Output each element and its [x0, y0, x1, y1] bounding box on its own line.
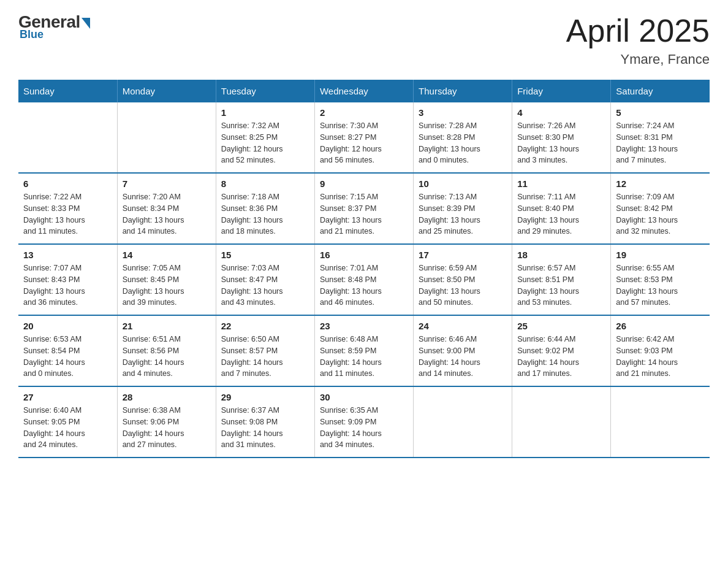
- day-number: 22: [221, 321, 309, 331]
- calendar-cell: 21Sunrise: 6:51 AMSunset: 8:56 PMDayligh…: [117, 315, 216, 386]
- calendar-cell: [512, 386, 611, 458]
- page-header: General Blue April 2025 Ymare, France: [18, 12, 710, 67]
- day-number: 25: [517, 321, 605, 331]
- calendar-cell: 8Sunrise: 7:18 AMSunset: 8:36 PMDaylight…: [216, 173, 314, 244]
- day-info: Sunrise: 6:57 AMSunset: 8:51 PMDaylight:…: [517, 262, 605, 308]
- day-number: 17: [419, 250, 507, 260]
- day-info: Sunrise: 6:50 AMSunset: 8:57 PMDaylight:…: [221, 334, 309, 380]
- day-info: Sunrise: 7:05 AMSunset: 8:45 PMDaylight:…: [123, 262, 211, 308]
- day-info: Sunrise: 7:13 AMSunset: 8:39 PMDaylight:…: [419, 191, 507, 237]
- day-info: Sunrise: 6:46 AMSunset: 9:00 PMDaylight:…: [419, 334, 507, 380]
- day-number: 19: [616, 250, 705, 260]
- day-number: 15: [221, 250, 309, 260]
- day-info: Sunrise: 7:09 AMSunset: 8:42 PMDaylight:…: [616, 191, 705, 237]
- calendar-cell: 11Sunrise: 7:11 AMSunset: 8:40 PMDayligh…: [512, 173, 611, 244]
- day-info: Sunrise: 7:30 AMSunset: 8:27 PMDaylight:…: [320, 120, 408, 166]
- day-info: Sunrise: 6:37 AMSunset: 9:08 PMDaylight:…: [221, 405, 309, 451]
- calendar-cell: 18Sunrise: 6:57 AMSunset: 8:51 PMDayligh…: [512, 244, 611, 315]
- header-saturday: Saturday: [611, 80, 710, 102]
- day-number: 20: [23, 321, 112, 331]
- day-number: 13: [23, 250, 112, 260]
- day-number: 4: [517, 107, 605, 118]
- day-number: 21: [123, 321, 211, 331]
- day-info: Sunrise: 6:38 AMSunset: 9:06 PMDaylight:…: [123, 405, 211, 451]
- calendar-week-2: 6Sunrise: 7:22 AMSunset: 8:33 PMDaylight…: [18, 173, 710, 244]
- calendar-week-5: 27Sunrise: 6:40 AMSunset: 9:05 PMDayligh…: [18, 386, 710, 458]
- calendar-cell: 9Sunrise: 7:15 AMSunset: 8:37 PMDaylight…: [314, 173, 413, 244]
- day-number: 1: [221, 107, 309, 118]
- day-number: 7: [123, 178, 211, 189]
- calendar-table: SundayMondayTuesdayWednesdayThursdayFrid…: [18, 80, 710, 458]
- calendar-cell: 6Sunrise: 7:22 AMSunset: 8:33 PMDaylight…: [18, 173, 117, 244]
- calendar-cell: 29Sunrise: 6:37 AMSunset: 9:08 PMDayligh…: [216, 386, 314, 458]
- calendar-cell: 1Sunrise: 7:32 AMSunset: 8:25 PMDaylight…: [216, 102, 314, 173]
- calendar-cell: 12Sunrise: 7:09 AMSunset: 8:42 PMDayligh…: [611, 173, 710, 244]
- calendar-cell: 7Sunrise: 7:20 AMSunset: 8:34 PMDaylight…: [117, 173, 216, 244]
- calendar-cell: 10Sunrise: 7:13 AMSunset: 8:39 PMDayligh…: [414, 173, 512, 244]
- calendar-cell: [117, 102, 216, 173]
- header-wednesday: Wednesday: [314, 80, 413, 102]
- calendar-cell: 20Sunrise: 6:53 AMSunset: 8:54 PMDayligh…: [18, 315, 117, 386]
- day-info: Sunrise: 6:35 AMSunset: 9:09 PMDaylight:…: [320, 405, 408, 451]
- day-number: 5: [616, 107, 705, 118]
- day-info: Sunrise: 6:42 AMSunset: 9:03 PMDaylight:…: [616, 334, 705, 380]
- day-info: Sunrise: 7:15 AMSunset: 8:37 PMDaylight:…: [320, 191, 408, 237]
- calendar-week-4: 20Sunrise: 6:53 AMSunset: 8:54 PMDayligh…: [18, 315, 710, 386]
- day-number: 10: [419, 178, 507, 189]
- day-number: 26: [616, 321, 705, 331]
- day-info: Sunrise: 7:32 AMSunset: 8:25 PMDaylight:…: [221, 120, 309, 166]
- day-info: Sunrise: 7:11 AMSunset: 8:40 PMDaylight:…: [517, 191, 605, 237]
- calendar-cell: 15Sunrise: 7:03 AMSunset: 8:47 PMDayligh…: [216, 244, 314, 315]
- day-info: Sunrise: 6:55 AMSunset: 8:53 PMDaylight:…: [616, 262, 705, 308]
- day-number: 23: [320, 321, 408, 331]
- day-number: 3: [419, 107, 507, 118]
- logo-blue-text: Blue: [20, 28, 44, 41]
- day-info: Sunrise: 6:44 AMSunset: 9:02 PMDaylight:…: [517, 334, 605, 380]
- day-number: 30: [320, 392, 408, 402]
- calendar-cell: 27Sunrise: 6:40 AMSunset: 9:05 PMDayligh…: [18, 386, 117, 458]
- logo: General Blue: [18, 12, 90, 41]
- calendar-cell: [18, 102, 117, 173]
- day-number: 24: [419, 321, 507, 331]
- calendar-cell: 5Sunrise: 7:24 AMSunset: 8:31 PMDaylight…: [611, 102, 710, 173]
- day-info: Sunrise: 7:22 AMSunset: 8:33 PMDaylight:…: [23, 191, 112, 237]
- day-info: Sunrise: 6:51 AMSunset: 8:56 PMDaylight:…: [123, 334, 211, 380]
- calendar-week-1: 1Sunrise: 7:32 AMSunset: 8:25 PMDaylight…: [18, 102, 710, 173]
- logo-arrow-icon: [82, 18, 90, 29]
- calendar-cell: 17Sunrise: 6:59 AMSunset: 8:50 PMDayligh…: [414, 244, 512, 315]
- day-info: Sunrise: 7:26 AMSunset: 8:30 PMDaylight:…: [517, 120, 605, 166]
- day-info: Sunrise: 6:53 AMSunset: 8:54 PMDaylight:…: [23, 334, 112, 380]
- calendar-cell: 28Sunrise: 6:38 AMSunset: 9:06 PMDayligh…: [117, 386, 216, 458]
- calendar-cell: 3Sunrise: 7:28 AMSunset: 8:28 PMDaylight…: [414, 102, 512, 173]
- calendar-header-row: SundayMondayTuesdayWednesdayThursdayFrid…: [18, 80, 710, 102]
- title-block: April 2025 Ymare, France: [566, 12, 710, 67]
- header-tuesday: Tuesday: [216, 80, 314, 102]
- calendar-cell: 19Sunrise: 6:55 AMSunset: 8:53 PMDayligh…: [611, 244, 710, 315]
- calendar-week-3: 13Sunrise: 7:07 AMSunset: 8:43 PMDayligh…: [18, 244, 710, 315]
- day-number: 14: [123, 250, 211, 260]
- day-number: 12: [616, 178, 705, 189]
- day-number: 6: [23, 178, 112, 189]
- location-title: Ymare, France: [566, 52, 710, 67]
- calendar-cell: 23Sunrise: 6:48 AMSunset: 8:59 PMDayligh…: [314, 315, 413, 386]
- day-number: 27: [23, 392, 112, 402]
- calendar-cell: 25Sunrise: 6:44 AMSunset: 9:02 PMDayligh…: [512, 315, 611, 386]
- day-number: 8: [221, 178, 309, 189]
- day-info: Sunrise: 6:48 AMSunset: 8:59 PMDaylight:…: [320, 334, 408, 380]
- calendar-cell: [414, 386, 512, 458]
- day-number: 28: [123, 392, 211, 402]
- header-monday: Monday: [117, 80, 216, 102]
- calendar-cell: 4Sunrise: 7:26 AMSunset: 8:30 PMDaylight…: [512, 102, 611, 173]
- month-title: April 2025: [566, 12, 710, 49]
- day-info: Sunrise: 7:24 AMSunset: 8:31 PMDaylight:…: [616, 120, 705, 166]
- day-info: Sunrise: 7:07 AMSunset: 8:43 PMDaylight:…: [23, 262, 112, 308]
- day-number: 18: [517, 250, 605, 260]
- day-number: 9: [320, 178, 408, 189]
- day-number: 16: [320, 250, 408, 260]
- day-number: 2: [320, 107, 408, 118]
- calendar-cell: 22Sunrise: 6:50 AMSunset: 8:57 PMDayligh…: [216, 315, 314, 386]
- calendar-cell: [611, 386, 710, 458]
- day-info: Sunrise: 7:18 AMSunset: 8:36 PMDaylight:…: [221, 191, 309, 237]
- header-friday: Friday: [512, 80, 611, 102]
- calendar-cell: 2Sunrise: 7:30 AMSunset: 8:27 PMDaylight…: [314, 102, 413, 173]
